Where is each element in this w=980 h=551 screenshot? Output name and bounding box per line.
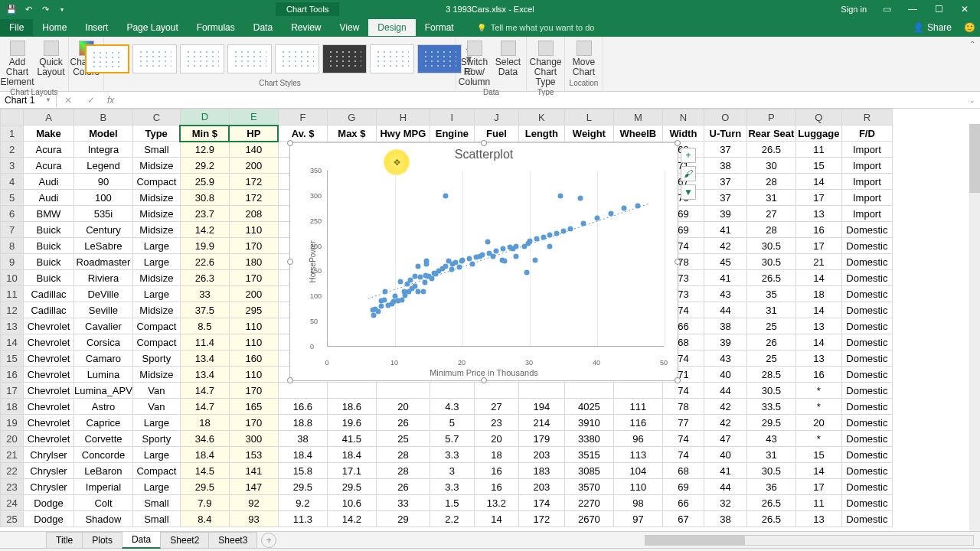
cell[interactable]: Compact	[132, 318, 180, 334]
column-header[interactable]: R	[841, 109, 892, 126]
data-point[interactable]	[635, 204, 640, 209]
cell[interactable]: 172	[229, 174, 278, 190]
cell[interactable]	[376, 383, 430, 399]
cell[interactable]: 30.5	[746, 254, 795, 270]
header-cell[interactable]: Engine	[430, 126, 474, 142]
ribbon-options-icon[interactable]: ▭	[874, 1, 899, 18]
expand-formula-icon[interactable]: ⌄	[965, 96, 980, 104]
header-cell[interactable]: Max $	[327, 126, 376, 142]
chart-style-6[interactable]	[322, 44, 367, 73]
cell[interactable]: 141	[229, 463, 278, 479]
data-point[interactable]	[443, 263, 449, 269]
header-cell[interactable]: Rear Seat	[746, 126, 795, 142]
row-header[interactable]: 2	[1, 142, 24, 158]
cell[interactable]: Domestic	[841, 238, 892, 254]
cell[interactable]: 12.9	[180, 142, 229, 158]
cell[interactable]: 5	[430, 415, 474, 431]
cell[interactable]: 37.5	[180, 302, 229, 318]
cell[interactable]: 20	[474, 431, 518, 447]
cell[interactable]: 20	[376, 399, 430, 415]
cell[interactable]: Chevrolet	[24, 367, 74, 383]
cell[interactable]: 18.6	[327, 399, 376, 415]
resize-handle[interactable]	[287, 140, 293, 146]
cell[interactable]: 111	[613, 399, 662, 415]
resize-handle[interactable]	[675, 140, 681, 146]
cell[interactable]: 43	[746, 431, 795, 447]
cell[interactable]: 29.5	[746, 415, 795, 431]
switch-row-column-button[interactable]: Switch Row/ Column	[459, 39, 490, 88]
cell[interactable]: 16	[474, 479, 518, 495]
cell[interactable]: 19.9	[180, 238, 229, 254]
cell[interactable]: 21	[795, 254, 841, 270]
cell[interactable]: 26	[746, 334, 795, 350]
row-header[interactable]: 9	[1, 254, 24, 270]
cell[interactable]: 153	[229, 447, 278, 463]
cell[interactable]: 200	[229, 286, 278, 302]
cell[interactable]: Domestic	[841, 367, 892, 383]
cell[interactable]: 10.6	[327, 495, 376, 511]
cell[interactable]: Buick	[24, 254, 74, 270]
data-point[interactable]	[578, 196, 583, 201]
data-point[interactable]	[494, 249, 499, 254]
cell[interactable]: 19.6	[327, 415, 376, 431]
row-header[interactable]: 25	[1, 511, 24, 527]
cell[interactable]: 33	[376, 495, 430, 511]
cell[interactable]: 13.2	[474, 495, 518, 511]
cell[interactable]: LeSabre	[74, 238, 133, 254]
cell[interactable]	[278, 383, 327, 399]
cell[interactable]: 26.5	[746, 270, 795, 286]
cell[interactable]: 110	[229, 367, 278, 383]
row-header[interactable]: 15	[1, 350, 24, 367]
cell[interactable]: 170	[229, 383, 278, 399]
sheet-tab-plots[interactable]: Plots	[82, 532, 122, 548]
cell[interactable]: 295	[229, 302, 278, 318]
cell[interactable]: 160	[229, 350, 278, 367]
cell[interactable]: 2.2	[430, 511, 474, 527]
data-point[interactable]	[399, 297, 404, 302]
data-point[interactable]	[500, 246, 505, 251]
column-header[interactable]: D	[180, 109, 229, 126]
chart-filters-button[interactable]: ▼	[681, 184, 696, 200]
cell[interactable]: Buick	[24, 270, 74, 286]
cell[interactable]: 39	[704, 334, 746, 350]
cell[interactable]: 170	[229, 238, 278, 254]
cell[interactable]: Seville	[74, 302, 133, 318]
cell[interactable]: 15	[795, 158, 841, 174]
cell[interactable]: Acura	[24, 158, 74, 174]
column-header[interactable]: G	[327, 109, 376, 126]
chart-styles-gallery[interactable]: ▲ ▼ ⊟	[85, 39, 475, 77]
cell[interactable]: 37	[704, 174, 746, 190]
cell[interactable]: 3515	[564, 447, 613, 463]
data-point[interactable]	[371, 312, 376, 318]
cell[interactable]: 14.5	[180, 463, 229, 479]
row-header[interactable]: 8	[1, 238, 24, 254]
cell[interactable]: 30.5	[746, 463, 795, 479]
cell[interactable]: 15.8	[278, 463, 327, 479]
tab-formulas[interactable]: Formulas	[188, 19, 244, 36]
cell[interactable]: Chrysler	[24, 463, 74, 479]
data-point[interactable]	[547, 233, 553, 238]
sheet-tab-data[interactable]: Data	[122, 531, 161, 549]
cell[interactable]: 16	[474, 463, 518, 479]
change-chart-type-button[interactable]: Change Chart Type	[531, 39, 561, 88]
embedded-chart[interactable]: + 🖌 ▼ ✥ Scatterplot HorsePower Minimum P…	[289, 142, 678, 381]
chart-style-1[interactable]	[85, 44, 129, 73]
enter-formula-icon[interactable]: ✓	[87, 95, 95, 106]
add-sheet-button[interactable]: +	[261, 533, 276, 548]
tab-insert[interactable]: Insert	[76, 19, 117, 36]
data-point[interactable]	[408, 278, 413, 283]
cell[interactable]: 18.4	[180, 447, 229, 463]
row-header[interactable]: 13	[1, 318, 24, 334]
cell[interactable]: 43	[704, 286, 746, 302]
cell[interactable]: Large	[132, 479, 180, 495]
data-point[interactable]	[558, 193, 564, 198]
row-header[interactable]: 21	[1, 447, 24, 463]
cell[interactable]: Century	[74, 222, 133, 238]
cell[interactable]: Camaro	[74, 350, 133, 367]
name-box[interactable]: Chart 1 ▼	[0, 93, 57, 107]
cell[interactable]: 170	[229, 270, 278, 286]
data-point[interactable]	[376, 309, 381, 315]
column-header[interactable]: J	[474, 109, 518, 126]
cell[interactable]: Astro	[74, 399, 133, 415]
vertical-scrollbar[interactable]	[969, 124, 980, 531]
